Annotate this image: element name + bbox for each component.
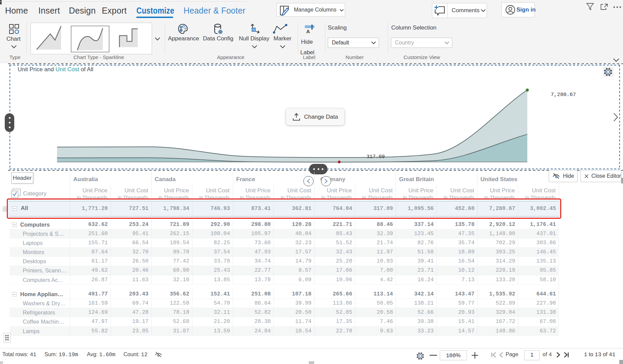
svg-text:A: A xyxy=(306,28,310,34)
